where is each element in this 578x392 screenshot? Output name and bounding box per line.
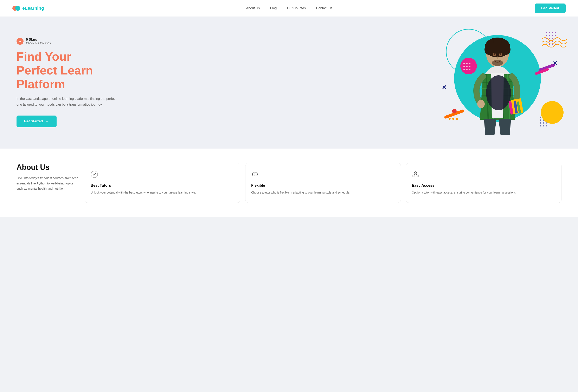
card-title-tutors: Best Tutors [91, 183, 234, 188]
deco-red [452, 109, 457, 113]
svg-point-31 [546, 125, 547, 127]
logo-circle-right [15, 6, 20, 11]
svg-point-32 [463, 63, 465, 64]
card-desc-access: Opt for a tutor with easy access, ensuri… [412, 190, 556, 195]
svg-point-30 [543, 125, 544, 127]
card-title-access: Easy Access [412, 183, 556, 188]
card-desc-flexible: Choose a tutor who is flexible in adapti… [251, 190, 395, 195]
star-icon: ★ [16, 38, 24, 45]
svg-point-2 [552, 32, 553, 33]
nav-item-blog[interactable]: Blog [270, 6, 277, 10]
navbar: eLearning About Us Blog Our Courses Cont… [0, 0, 578, 16]
svg-point-40 [469, 69, 471, 70]
access-icon [412, 171, 556, 180]
svg-line-70 [416, 174, 417, 175]
five-stars-badge: ★ 5 Stars Check our Courses [16, 38, 120, 45]
nav-link-blog[interactable]: Blog [270, 6, 277, 10]
svg-point-53 [494, 53, 495, 55]
svg-line-69 [414, 174, 416, 175]
svg-point-0 [546, 32, 547, 33]
svg-point-27 [543, 122, 544, 124]
headline-highlight: Platform [16, 77, 65, 91]
nav-links: About Us Blog Our Courses Contact Us [246, 6, 333, 10]
svg-point-54 [500, 53, 501, 55]
nav-cta-button[interactable]: Get Started [535, 3, 566, 13]
svg-point-20 [540, 117, 541, 118]
card-desc-tutors: Unlock your potential with the best tuto… [91, 190, 234, 195]
nav-item-contact[interactable]: Contact Us [316, 6, 332, 10]
about-section: About Us Dive into today's trendiest cou… [0, 149, 578, 217]
x-mark-right: ✕ [553, 60, 557, 67]
svg-point-68 [417, 175, 418, 177]
svg-point-3 [555, 32, 556, 33]
svg-point-43 [456, 118, 458, 120]
hero-section: ★ 5 Stars Check our Courses Find Your Pe… [0, 16, 578, 149]
infinity-icon [251, 171, 395, 180]
svg-point-55 [496, 56, 498, 59]
nav-link-about[interactable]: About Us [246, 6, 260, 10]
card-best-tutors: Best Tutors Unlock your potential with t… [85, 163, 240, 203]
wave-decoration [541, 35, 568, 48]
orange-dots [448, 117, 460, 122]
svg-point-50 [493, 38, 502, 46]
svg-point-56 [492, 60, 503, 66]
cards-row: Best Tutors Unlock your potential with t… [85, 163, 562, 203]
logo[interactable]: eLearning [12, 4, 44, 12]
svg-point-23 [540, 120, 541, 121]
about-left: About Us Dive into today's trendiest cou… [16, 163, 78, 191]
svg-point-64 [486, 75, 511, 110]
svg-point-28 [546, 122, 547, 124]
check-icon [91, 171, 234, 180]
svg-point-37 [469, 66, 471, 67]
stars-sub: Check our Courses [26, 42, 51, 45]
svg-point-42 [452, 118, 454, 120]
card-flexible: Flexible Choose a tutor who is flexible … [245, 163, 401, 203]
hero-content: ★ 5 Stars Check our Courses Find Your Pe… [16, 38, 120, 127]
logo-text: eLearning [22, 5, 44, 11]
x-mark-left: ✕ [442, 84, 446, 91]
stars-label: 5 Stars [26, 38, 51, 42]
stars-text: 5 Stars Check our Courses [26, 38, 51, 45]
about-description: Dive into today's trendiest courses, fro… [16, 175, 78, 191]
hero-cta-label: Get Started [24, 119, 43, 123]
nav-link-courses[interactable]: Our Courses [287, 6, 306, 10]
svg-point-34 [469, 63, 471, 64]
nav-item-courses[interactable]: Our Courses [287, 6, 306, 10]
hero-cta-button[interactable]: Get Started → [16, 116, 56, 127]
svg-point-38 [463, 69, 465, 70]
nav-item-about[interactable]: About Us [246, 6, 260, 10]
svg-point-41 [449, 118, 451, 120]
student-figure [462, 37, 532, 136]
svg-point-65 [91, 171, 98, 178]
svg-point-35 [463, 66, 465, 67]
svg-point-26 [540, 122, 541, 124]
svg-point-1 [549, 32, 550, 33]
hero-description: In the vast landscape of online learning… [16, 96, 120, 107]
headline-line2: Perfect Learn [16, 64, 93, 77]
card-easy-access: Easy Access Opt for a tutor with easy ac… [406, 163, 562, 203]
svg-point-33 [466, 63, 468, 64]
svg-point-59 [477, 100, 485, 108]
headline-line1: Find Your [16, 50, 71, 63]
logo-icon [12, 4, 20, 12]
dots-white [462, 62, 479, 75]
nav-link-contact[interactable]: Contact Us [316, 6, 332, 10]
svg-point-29 [540, 125, 541, 127]
hero-headline: Find Your Perfect Learn Platform [16, 50, 120, 91]
svg-point-66 [415, 172, 417, 174]
svg-point-36 [466, 66, 468, 67]
card-title-flexible: Flexible [251, 183, 395, 188]
hero-illustration: ✕ ✕ [442, 29, 562, 136]
svg-point-67 [413, 175, 414, 177]
about-title: About Us [16, 163, 78, 172]
svg-point-39 [466, 69, 468, 70]
circle-yellow [541, 101, 564, 124]
arrow-icon: → [46, 119, 49, 124]
